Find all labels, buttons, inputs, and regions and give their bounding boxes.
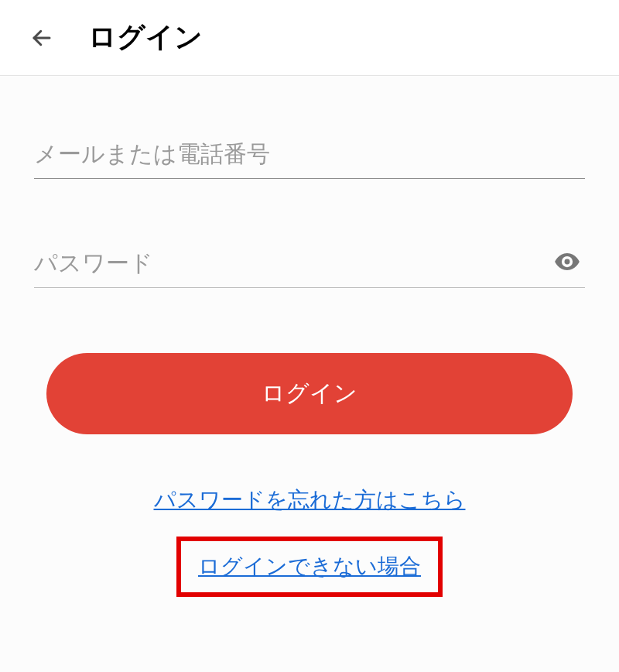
email-input[interactable] [34, 133, 585, 179]
email-field-wrap [34, 133, 585, 179]
login-button[interactable]: ログイン [46, 353, 573, 434]
cannot-login-link[interactable]: ログインできない場合 [198, 554, 421, 578]
header-bar: ログイン [0, 0, 619, 76]
password-field-wrap [34, 242, 585, 288]
links-section: パスワードを忘れた方はこちら ログインできない場合 [34, 485, 585, 597]
login-form: ログイン パスワードを忘れた方はこちら ログインできない場合 [0, 133, 619, 597]
password-input[interactable] [34, 242, 585, 288]
back-arrow-icon[interactable] [29, 26, 54, 50]
highlighted-link-box: ログインできない場合 [176, 537, 443, 597]
page-title: ログイン [88, 19, 203, 57]
forgot-password-link[interactable]: パスワードを忘れた方はこちら [154, 488, 466, 512]
svg-point-1 [565, 259, 570, 265]
visibility-toggle-icon[interactable] [552, 247, 582, 279]
